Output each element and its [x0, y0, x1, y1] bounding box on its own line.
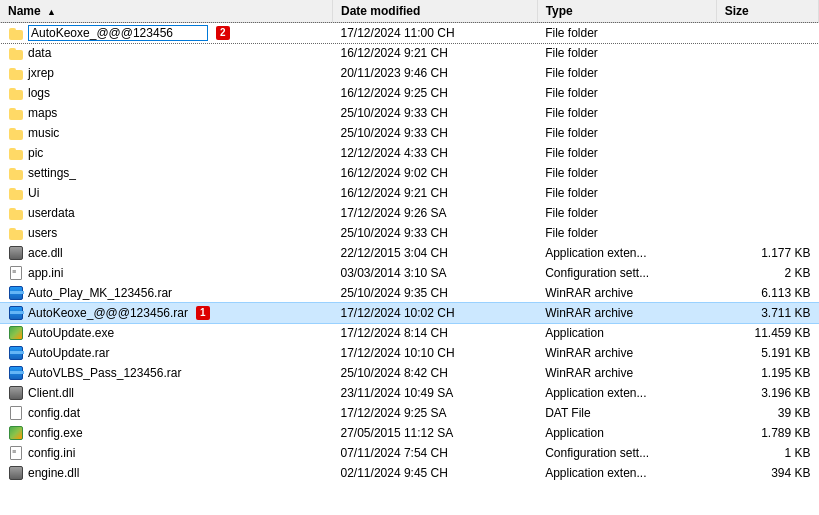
badge-label: 2: [216, 26, 230, 40]
file-name-text: Ui: [28, 186, 39, 200]
file-name-cell: 2: [0, 23, 333, 44]
name-cell-content: pic: [8, 145, 325, 161]
table-row[interactable]: settings_ 16/12/2024 9:02 CHFile folder: [0, 163, 819, 183]
file-type-cell: File folder: [537, 163, 716, 183]
file-size-cell: 11.459 KB: [716, 323, 818, 343]
dll-icon: [8, 465, 24, 481]
file-type-cell: WinRAR archive: [537, 363, 716, 383]
file-name-text: maps: [28, 106, 57, 120]
table-row[interactable]: maps 25/10/2024 9:33 CHFile folder: [0, 103, 819, 123]
name-cell-content: ace.dll: [8, 245, 325, 261]
file-size-cell: [716, 83, 818, 103]
table-row[interactable]: AutoKeoxe_@@@123456.rar 1 17/12/2024 10:…: [0, 303, 819, 323]
file-size-cell: [716, 103, 818, 123]
file-date-cell: 25/10/2024 9:33 CH: [333, 103, 538, 123]
table-row[interactable]: AutoVLBS_Pass_123456.rar 25/10/2024 8:42…: [0, 363, 819, 383]
name-header-label: Name: [8, 4, 41, 18]
rar-icon: [8, 285, 24, 301]
col-header-type[interactable]: Type: [537, 0, 716, 23]
folder-icon: [8, 65, 24, 81]
table-row[interactable]: jxrep 20/11/2023 9:46 CHFile folder: [0, 63, 819, 83]
file-name-text: music: [28, 126, 59, 140]
type-header-label: Type: [546, 4, 573, 18]
name-cell-content: AutoKeoxe_@@@123456.rar 1: [8, 305, 325, 321]
table-row[interactable]: AutoUpdate.rar 17/12/2024 10:10 CHWinRAR…: [0, 343, 819, 363]
file-name-text: ace.dll: [28, 246, 63, 260]
file-size-cell: 1.177 KB: [716, 243, 818, 263]
name-cell-content: Ui: [8, 185, 325, 201]
table-row[interactable]: config.ini 07/11/2024 7:54 CHConfigurati…: [0, 443, 819, 463]
table-row[interactable]: config.exe 27/05/2015 11:12 SAApplicatio…: [0, 423, 819, 443]
rar-icon: [8, 305, 24, 321]
table-row[interactable]: userdata 17/12/2024 9:26 SAFile folder: [0, 203, 819, 223]
table-row[interactable]: Client.dll 23/11/2024 10:49 SAApplicatio…: [0, 383, 819, 403]
folder-icon: [8, 85, 24, 101]
file-name-cell: config.exe: [0, 423, 333, 443]
name-cell-content: AutoUpdate.rar: [8, 345, 325, 361]
file-date-cell: 07/11/2024 7:54 CH: [333, 443, 538, 463]
badge-label: 1: [196, 306, 210, 320]
table-row[interactable]: logs 16/12/2024 9:25 CHFile folder: [0, 83, 819, 103]
file-size-cell: [716, 23, 818, 44]
file-name-cell: config.dat: [0, 403, 333, 423]
file-date-cell: 25/10/2024 8:42 CH: [333, 363, 538, 383]
file-date-cell: 17/12/2024 8:14 CH: [333, 323, 538, 343]
file-type-cell: File folder: [537, 223, 716, 243]
file-name-text: pic: [28, 146, 43, 160]
file-list-table: Name ▲ Date modified Type Size 2 17/: [0, 0, 819, 483]
file-type-cell: Application exten...: [537, 243, 716, 263]
file-size-cell: [716, 183, 818, 203]
file-type-cell: Application exten...: [537, 383, 716, 403]
dat-icon: [8, 405, 24, 421]
name-edit-input[interactable]: [28, 25, 208, 41]
table-row[interactable]: config.dat 17/12/2024 9:25 SADAT File39 …: [0, 403, 819, 423]
folder-icon: [8, 45, 24, 61]
col-header-size[interactable]: Size: [716, 0, 818, 23]
file-name-text: config.ini: [28, 446, 75, 460]
file-name-cell: AutoUpdate.rar: [0, 343, 333, 363]
file-explorer: Name ▲ Date modified Type Size 2 17/: [0, 0, 819, 515]
file-name-cell: logs: [0, 83, 333, 103]
file-date-cell: 23/11/2024 10:49 SA: [333, 383, 538, 403]
file-type-cell: WinRAR archive: [537, 283, 716, 303]
file-name-text: userdata: [28, 206, 75, 220]
table-row[interactable]: engine.dll 02/11/2024 9:45 CHApplication…: [0, 463, 819, 483]
table-row[interactable]: Ui 16/12/2024 9:21 CHFile folder: [0, 183, 819, 203]
table-row[interactable]: music 25/10/2024 9:33 CHFile folder: [0, 123, 819, 143]
name-cell-content: Auto_Play_MK_123456.rar: [8, 285, 325, 301]
file-date-cell: 17/12/2024 9:26 SA: [333, 203, 538, 223]
file-type-cell: Application: [537, 423, 716, 443]
folder-icon: [8, 145, 24, 161]
name-cell-content: config.dat: [8, 405, 325, 421]
file-name-cell: music: [0, 123, 333, 143]
file-date-cell: 25/10/2024 9:33 CH: [333, 123, 538, 143]
table-row[interactable]: ace.dll 22/12/2015 3:04 CHApplication ex…: [0, 243, 819, 263]
table-row[interactable]: AutoUpdate.exe 17/12/2024 8:14 CHApplica…: [0, 323, 819, 343]
col-header-name[interactable]: Name ▲: [0, 0, 333, 23]
col-header-date[interactable]: Date modified: [333, 0, 538, 23]
name-cell-content: app.ini: [8, 265, 325, 281]
rar-icon: [8, 365, 24, 381]
table-row[interactable]: 2 17/12/2024 11:00 CHFile folder: [0, 23, 819, 44]
file-name-text: Auto_Play_MK_123456.rar: [28, 286, 172, 300]
table-row[interactable]: app.ini 03/03/2014 3:10 SAConfiguration …: [0, 263, 819, 283]
file-date-cell: 17/12/2024 11:00 CH: [333, 23, 538, 44]
file-size-cell: 3.711 KB: [716, 303, 818, 323]
file-name-cell: AutoUpdate.exe: [0, 323, 333, 343]
table-row[interactable]: Auto_Play_MK_123456.rar 25/10/2024 9:35 …: [0, 283, 819, 303]
folder-icon: [8, 165, 24, 181]
table-row[interactable]: pic 12/12/2024 4:33 CHFile folder: [0, 143, 819, 163]
file-name-cell: AutoKeoxe_@@@123456.rar 1: [0, 303, 333, 323]
file-size-cell: 394 KB: [716, 463, 818, 483]
name-cell-content: engine.dll: [8, 465, 325, 481]
size-header-label: Size: [725, 4, 749, 18]
name-cell-content: 2: [8, 25, 325, 41]
table-row[interactable]: users 25/10/2024 9:33 CHFile folder: [0, 223, 819, 243]
table-body: 2 17/12/2024 11:00 CHFile folder data 16…: [0, 23, 819, 484]
file-name-text: AutoUpdate.rar: [28, 346, 109, 360]
rar-icon: [8, 345, 24, 361]
file-size-cell: [716, 223, 818, 243]
folder-icon: [8, 25, 24, 41]
file-size-cell: 6.113 KB: [716, 283, 818, 303]
table-row[interactable]: data 16/12/2024 9:21 CHFile folder: [0, 43, 819, 63]
